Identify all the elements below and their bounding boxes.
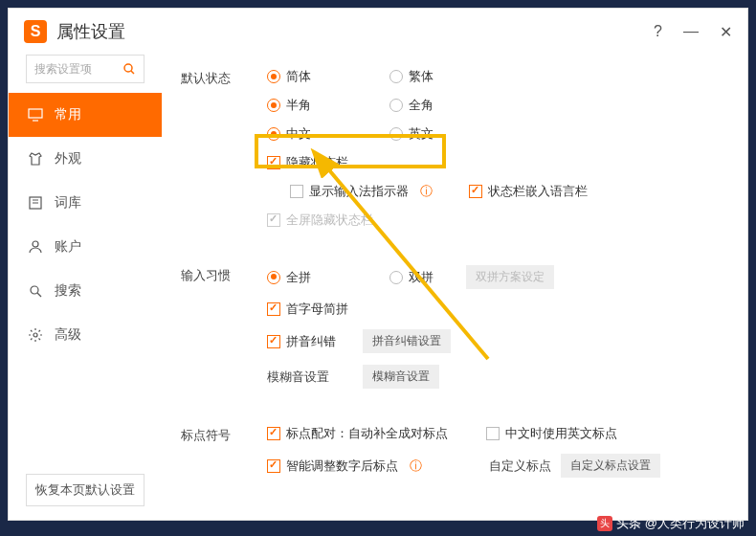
nav-advanced[interactable]: 高级	[9, 313, 162, 357]
settings-window: S 属性设置 ? — ✕ 搜索设置项 常用 外观	[8, 8, 748, 521]
watermark-text: 头条 @人类行为设计师	[616, 515, 745, 532]
nav-dictionary[interactable]: 词库	[9, 181, 162, 225]
section-label: 默认状态	[181, 68, 267, 240]
svg-point-8	[31, 286, 38, 294]
custom-punct-label: 自定义标点	[489, 458, 551, 475]
section-body: 简体 繁体 半角 全角 中文 英文 隐藏状态栏 显示输入	[267, 68, 728, 240]
nav-label: 词库	[55, 194, 81, 212]
radio-simplified[interactable]: 简体	[267, 68, 380, 85]
radio-quanpin[interactable]: 全拼	[267, 269, 380, 286]
content-pane: 默认状态 简体 繁体 半角 全角 中文 英文 隐藏状态栏	[162, 55, 747, 520]
check-embed-langbar[interactable]: 状态栏嵌入语言栏	[469, 183, 588, 200]
radio-traditional[interactable]: 繁体	[389, 68, 502, 85]
monitor-icon	[28, 107, 43, 123]
titlebar: S 属性设置 ? — ✕	[9, 9, 747, 55]
svg-point-10	[33, 333, 37, 337]
radio-english[interactable]: 英文	[389, 125, 502, 143]
magnify-icon	[28, 283, 43, 299]
shirt-icon	[28, 151, 43, 167]
search-placeholder: 搜索设置项	[34, 61, 92, 78]
nav-label: 搜索	[55, 282, 81, 300]
radio-fullwidth[interactable]: 全角	[389, 97, 502, 114]
search-input[interactable]: 搜索设置项	[26, 55, 145, 83]
sidebar: 搜索设置项 常用 外观 词库 账户	[9, 55, 162, 520]
nav-label: 高级	[55, 326, 81, 344]
section-label: 标点符号	[181, 425, 267, 489]
help-icon[interactable]: ⓘ	[410, 458, 422, 475]
section-input-habit: 输入习惯 全拼 双拼 双拼方案设定 首字母简拼 拼音纠错 拼音纠错设置	[181, 265, 728, 400]
check-initial-jianpin[interactable]: 首字母简拼	[267, 301, 348, 318]
svg-point-7	[33, 241, 38, 247]
nav-common[interactable]: 常用	[9, 93, 162, 137]
nav-search[interactable]: 搜索	[9, 269, 162, 313]
nav-appearance[interactable]: 外观	[9, 137, 162, 181]
nav-label: 外观	[55, 150, 81, 168]
section-default-state: 默认状态 简体 繁体 半角 全角 中文 英文 隐藏状态栏	[181, 68, 728, 240]
help-button[interactable]: ?	[654, 23, 662, 41]
section-body: 全拼 双拼 双拼方案设定 首字母简拼 拼音纠错 拼音纠错设置 模糊音设置 模糊音…	[267, 265, 728, 400]
nav: 常用 外观 词库 账户 搜索	[9, 93, 162, 357]
radio-shuangpin[interactable]: 双拼	[389, 269, 456, 286]
toutiao-icon: 头	[597, 516, 612, 531]
svg-line-1	[131, 71, 134, 74]
svg-rect-2	[29, 109, 42, 118]
search-icon	[122, 62, 136, 76]
nav-label: 常用	[55, 106, 81, 123]
check-smart-num-punct[interactable]: 智能调整数字后标点	[267, 458, 398, 475]
correction-settings-button[interactable]: 拼音纠错设置	[363, 329, 451, 353]
radio-chinese[interactable]: 中文	[267, 125, 380, 143]
check-show-indicator[interactable]: 显示输入法指示器	[290, 183, 409, 200]
check-pinyin-correction[interactable]: 拼音纠错	[267, 333, 353, 350]
book-icon	[28, 195, 43, 211]
svg-point-0	[124, 64, 132, 72]
gear-icon	[28, 327, 43, 343]
nav-label: 账户	[55, 238, 81, 256]
section-punctuation: 标点符号 标点配对：自动补全成对标点 中文时使用英文标点 智能调整数字后标点 ⓘ…	[181, 425, 728, 489]
window-title: 属性设置	[56, 20, 125, 43]
custom-punct-button[interactable]: 自定义标点设置	[561, 454, 660, 478]
check-fullscreen-hide: 全屏隐藏状态栏	[267, 212, 373, 229]
shuangpin-scheme-button: 双拼方案设定	[466, 265, 554, 289]
user-icon	[28, 239, 43, 255]
window-body: 搜索设置项 常用 外观 词库 账户	[9, 55, 747, 520]
window-controls: ? — ✕	[654, 23, 732, 41]
fuzzy-settings-button[interactable]: 模糊音设置	[363, 365, 439, 389]
check-hide-statusbar[interactable]: 隐藏状态栏	[267, 154, 348, 171]
minimize-button[interactable]: —	[683, 23, 699, 41]
section-label: 输入习惯	[181, 265, 267, 400]
radio-halfwidth[interactable]: 半角	[267, 97, 380, 114]
check-en-punct[interactable]: 中文时使用英文标点	[486, 425, 617, 442]
restore-defaults-button[interactable]: 恢复本页默认设置	[26, 474, 145, 506]
check-punct-pair[interactable]: 标点配对：自动补全成对标点	[267, 425, 448, 442]
app-logo: S	[24, 20, 47, 43]
svg-line-9	[37, 293, 41, 297]
fuzzy-label: 模糊音设置	[267, 368, 353, 386]
help-icon[interactable]: ⓘ	[420, 183, 433, 200]
nav-account[interactable]: 账户	[9, 225, 162, 269]
close-button[interactable]: ✕	[720, 23, 732, 41]
watermark: 头 头条 @人类行为设计师	[597, 515, 745, 532]
section-body: 标点配对：自动补全成对标点 中文时使用英文标点 智能调整数字后标点 ⓘ 自定义标…	[267, 425, 728, 489]
